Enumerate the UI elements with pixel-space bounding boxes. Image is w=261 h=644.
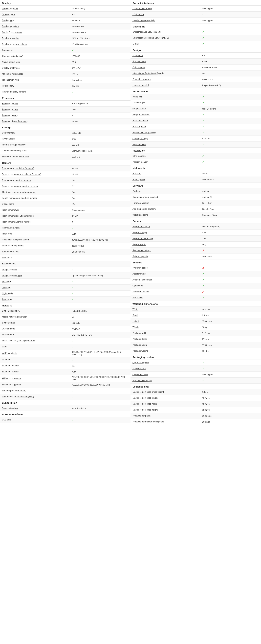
row-label: Speakers — [132, 172, 202, 175]
row-label: Weight — [132, 326, 202, 328]
row-value: 2 — [72, 221, 128, 223]
table-row: International Protection (IP) codeIP67 — [130, 70, 261, 76]
row-label: Video recording modes — [2, 244, 72, 247]
row-value: A2DP — [72, 370, 128, 373]
row-label: Wi-Fi standards — [2, 352, 72, 355]
table-row: Display brightness420 cd/m² — [0, 65, 130, 71]
row-label: Contrast ratio (typical) — [2, 55, 72, 58]
checkmark-icon: ✓ — [202, 272, 204, 275]
checkmark-icon: ✓ — [202, 113, 204, 116]
table-row: Battery weight66 g — [130, 242, 261, 248]
table-row: Tethering (modem-mode)✓ — [0, 388, 130, 394]
row-value: 128 GB — [72, 144, 128, 146]
table-row: Master (outer) case width192 mm — [130, 401, 261, 407]
table-row: Width74.8 mm — [130, 306, 261, 312]
section-header: Logistics data — [130, 384, 261, 389]
row-value: 192 mm — [202, 403, 259, 405]
row-label: Package depth — [132, 338, 202, 340]
row-label: Graphics card — [132, 108, 202, 110]
page: DisplayDisplay diagonal16.5 cm (6.5")Scr… — [0, 0, 261, 425]
row-label: Second rear camera resolution (numeric) — [2, 173, 72, 176]
row-label: USB version — [132, 13, 202, 16]
section-header: Multimedia — [130, 165, 261, 171]
table-row: Voice over LTE (VoLTE) supported✓ — [0, 338, 130, 344]
table-row: Processor boost frequency2.4 GHz — [0, 118, 130, 124]
row-label: GPS (satellite) — [132, 155, 202, 158]
row-value: ✓ — [202, 278, 259, 282]
row-label: SIM card capability — [2, 310, 72, 312]
row-value: 3840x2160@60fps,7680x4320@24fps — [72, 238, 128, 241]
table-row: Auto focus✓ — [0, 255, 130, 261]
table-row: Display resolution2400 x 1080 pixels — [0, 36, 130, 41]
row-value: Mali-G68 MP4 — [202, 108, 259, 110]
row-value: ✓ — [202, 131, 259, 134]
section-header: Design — [130, 47, 261, 52]
row-value: 189 g — [202, 326, 259, 328]
row-label: Quick start guide — [132, 361, 202, 364]
row-value: 16.5 cm (6.5") — [72, 7, 128, 10]
row-value: ✓ — [202, 379, 259, 382]
row-value: 120 Hz — [72, 73, 128, 75]
row-value: 2.4 GHz — [72, 120, 128, 122]
checkmark-icon: ✓ — [202, 36, 204, 40]
row-label: Self-timer — [2, 286, 72, 289]
row-value: NanoSIM — [72, 322, 128, 324]
row-label: RAM capacity — [2, 138, 72, 140]
row-label: Fingerprint reader — [132, 113, 202, 116]
row-value: ✓ — [202, 113, 259, 116]
table-row: Processor cores8 — [0, 112, 130, 118]
row-value: ✓ — [202, 154, 259, 158]
table-row: Vibrating alert✓ — [130, 142, 261, 148]
table-row: Front camera aperture number2 — [0, 219, 130, 225]
table-row: Master (outer) case gross weight6.14 kg — [130, 389, 261, 395]
row-value: 1000000:1 — [72, 55, 128, 58]
row-label: Headphone connectivity — [132, 19, 202, 22]
table-row: Bluetooth profilesA2DP — [0, 369, 130, 375]
row-label: USB port — [2, 418, 72, 421]
row-value: 91.1 mm — [202, 332, 259, 334]
row-label: Rounded display corners — [2, 90, 72, 93]
section-header: Storage — [0, 124, 130, 130]
row-value: ✓ — [72, 226, 128, 230]
table-row: Form factorBar — [130, 52, 261, 58]
row-value: 12 MP — [72, 173, 128, 176]
table-row: Front camera typeSingle camera — [0, 207, 130, 213]
row-value: One UI 4.1 — [202, 202, 259, 204]
table-row: Face recognition✓ — [130, 118, 261, 124]
table-row: Package weight291.8 g — [130, 348, 261, 354]
row-value: WCDMA — [72, 328, 128, 330]
row-label: Video call — [132, 96, 202, 98]
row-label: Rear camera flash — [2, 226, 72, 229]
table-row: Night mode✓ — [0, 290, 130, 296]
row-label: Vibrating alert — [132, 143, 202, 146]
row-value: Samsung Bixby — [202, 214, 259, 216]
table-row: Audio systemDolby Atmos — [130, 177, 261, 183]
row-label: Package width — [132, 332, 202, 334]
table-row: Flash typeLED — [0, 231, 130, 237]
row-label: Display resolution — [2, 37, 72, 40]
row-value: ✓ — [72, 90, 128, 94]
table-row: Multi-shot✓ — [0, 279, 130, 284]
row-label: Master (outer) case length — [132, 397, 202, 400]
table-row: Hearing aid compatibility✓ — [130, 130, 261, 136]
table-row: Digital zoom10x — [0, 201, 130, 207]
row-label: Form factor — [132, 54, 202, 57]
table-row: Operating system installedAndroid 12 — [130, 194, 261, 200]
row-value: Vietnam — [202, 137, 259, 140]
row-label: Proximity sensor — [132, 266, 202, 270]
table-row: Rear camera aperture number1.8 — [0, 178, 130, 183]
row-value: ✓ — [202, 160, 259, 164]
row-value: ✗ — [202, 290, 259, 293]
row-label: Image stabilizer — [2, 268, 72, 271]
row-label: Speakerphone — [132, 125, 202, 128]
table-row: 5G bands supported700,800,900,1800,2100,… — [0, 382, 130, 388]
section-header: Battery — [130, 218, 261, 224]
row-value: Single camera — [72, 209, 128, 211]
row-label: Gorilla Glass version — [2, 31, 72, 34]
table-row: Pixel density407 ppi — [0, 83, 130, 89]
table-row: SIM card capabilityHybrid Dual SIM — [0, 308, 130, 314]
table-row: Removable battery✗ — [130, 248, 261, 254]
row-value: 420 cd/m² — [72, 67, 128, 69]
row-label: Removable battery — [132, 249, 202, 252]
table-row: Display glass typeGorilla Glass — [0, 24, 130, 30]
